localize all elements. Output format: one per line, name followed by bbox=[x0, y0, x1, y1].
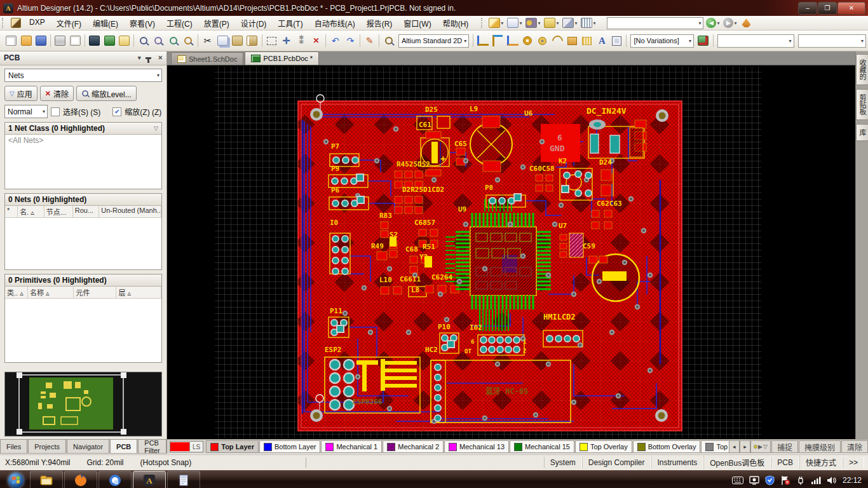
nets-section-header[interactable]: 0 Nets (0 Highlighted) bbox=[5, 194, 161, 206]
clear-filter-button[interactable]: ✕ bbox=[309, 33, 323, 48]
status-button->>[interactable]: >> bbox=[843, 457, 864, 468]
grid-tool-button[interactable]: ▾ bbox=[581, 18, 597, 28]
panel-tab-pcb[interactable]: PCB bbox=[110, 440, 137, 454]
move-button[interactable]: ✛ bbox=[279, 33, 294, 48]
taskbar-firefox-button[interactable] bbox=[64, 471, 97, 488]
helper-icon[interactable] bbox=[742, 18, 750, 27]
menu-编辑E[interactable]: 编辑(E) bbox=[87, 16, 124, 30]
layer-tab-mechanical-2[interactable]: Mechanical 2 bbox=[383, 440, 444, 453]
taskbar-notepad-button[interactable] bbox=[167, 471, 200, 488]
menu-报告R[interactable]: 报告(R) bbox=[361, 16, 398, 30]
quick-search-combo[interactable]: ▾ bbox=[607, 17, 703, 29]
status-button-design-compiler[interactable]: Design Compiler bbox=[582, 457, 651, 468]
primitives-column-header[interactable]: 类.. ▵ bbox=[5, 287, 28, 298]
panel-close-icon[interactable]: ✕ bbox=[158, 55, 163, 61]
empty-combo-2[interactable]: ▾ bbox=[798, 34, 866, 48]
doc-tab-Sheet1SchDoc[interactable]: Sheet1.SchDoc bbox=[171, 52, 243, 65]
menu-设计D[interactable]: 设计(D) bbox=[235, 16, 273, 30]
zoom-filter-button[interactable] bbox=[181, 33, 196, 48]
pcb-canvas[interactable]: D25L9U6C61C65DC_IN24VP7P9P6R4525D52D2R25… bbox=[167, 65, 855, 439]
layer-tab-mechanical-1[interactable]: Mechanical 1 bbox=[321, 440, 382, 453]
nets-column-header[interactable]: Un-Routed (Manh... bbox=[99, 206, 161, 217]
variant-manager-button[interactable] bbox=[696, 33, 710, 48]
offset-button[interactable]: ⁑ bbox=[294, 33, 308, 48]
doc-tab-PCB1PcbDoc[interactable]: PCB1.PcbDoc * bbox=[245, 51, 319, 65]
primitives-section-header[interactable]: 0 Primitives (0 Highlighted) bbox=[5, 274, 161, 287]
zoom-selection-button[interactable] bbox=[166, 33, 180, 48]
copy-button[interactable] bbox=[215, 33, 229, 48]
layer-tab-bottom-overlay[interactable]: Bottom Overlay bbox=[633, 440, 701, 453]
panel-tab-projects[interactable]: Projects bbox=[28, 440, 66, 454]
layer-tab-mechanical-13[interactable]: Mechanical 13 bbox=[444, 440, 509, 453]
primitives-column-header[interactable]: 层 ▵ bbox=[116, 287, 161, 298]
sheet-view-button[interactable] bbox=[117, 33, 132, 48]
minimize-button[interactable]: – bbox=[798, 2, 817, 15]
undo-button[interactable]: ↶ bbox=[328, 33, 342, 48]
layer-bar-button-掩膜级别[interactable]: 掩膜级别 bbox=[799, 440, 841, 453]
documents-tool-button[interactable]: ▾ bbox=[507, 18, 523, 28]
back-button[interactable]: ◀ bbox=[706, 18, 716, 28]
nets-column-header[interactable]: 名. ▵ bbox=[18, 206, 44, 217]
nets-column-header[interactable]: * bbox=[5, 206, 18, 217]
clear-filter-button[interactable]: ✕清除 bbox=[40, 86, 74, 101]
current-layer-swatch[interactable]: LS bbox=[170, 441, 203, 452]
panel-tab-pcb-filter[interactable]: PCB Filter bbox=[138, 440, 166, 454]
zoom-fit-button[interactable] bbox=[136, 33, 151, 48]
browse-mode-combo[interactable]: Nets▾ bbox=[4, 69, 162, 83]
pcb-panel-header[interactable]: PCB ▾ ✕ bbox=[0, 51, 166, 65]
panel-tab-files[interactable]: Files bbox=[0, 440, 27, 454]
layer-tab-bottom-layer[interactable]: Bottom Layer bbox=[259, 440, 320, 453]
place-component-button[interactable] bbox=[609, 33, 624, 48]
zoom-area-button[interactable] bbox=[151, 33, 166, 48]
paste-special-button[interactable] bbox=[245, 33, 259, 48]
layer-filter-button[interactable]: ▶▽ bbox=[750, 440, 771, 453]
right-tab-剪贴板[interactable]: 剪贴板 bbox=[856, 89, 868, 120]
place-via-button[interactable] bbox=[535, 33, 550, 48]
taskbar-explorer-button[interactable] bbox=[30, 471, 63, 488]
place-polygon-button[interactable] bbox=[580, 33, 594, 48]
apply-filter-button[interactable]: ▽应用 bbox=[4, 86, 37, 101]
power-plug-icon[interactable] bbox=[796, 475, 805, 485]
layer-tab-mechanical-15[interactable]: Mechanical 15 bbox=[510, 440, 574, 453]
save-button[interactable] bbox=[34, 33, 48, 48]
place-fill-button[interactable] bbox=[565, 33, 580, 48]
nets-column-header[interactable]: Rou... bbox=[73, 206, 100, 217]
ruler-tool-button[interactable]: ▾ bbox=[544, 18, 560, 28]
wiring-pen-button[interactable]: ✎ bbox=[362, 33, 377, 48]
browse-library-button[interactable] bbox=[381, 33, 396, 48]
interactive-routing-button[interactable] bbox=[475, 33, 490, 48]
print-button[interactable] bbox=[53, 33, 67, 48]
layers-scroll-left-button[interactable]: ◂ bbox=[729, 440, 740, 453]
select-area-button[interactable] bbox=[264, 33, 279, 48]
taskbar-clock[interactable]: 22:12 bbox=[843, 476, 862, 485]
status-button-快捷方式[interactable]: 快捷方式 bbox=[799, 456, 843, 469]
menu-窗口W[interactable]: 窗口(W) bbox=[398, 16, 437, 30]
menu-工程C[interactable]: 工程(C) bbox=[161, 16, 198, 30]
pin-icon[interactable] bbox=[146, 57, 151, 59]
new-document-button[interactable] bbox=[4, 33, 18, 48]
route-differential-button[interactable] bbox=[491, 33, 505, 48]
status-button-instruments[interactable]: Instruments bbox=[651, 457, 704, 468]
close-button[interactable]: ✕ bbox=[837, 2, 865, 15]
menu-察看V[interactable]: 察看(V) bbox=[124, 16, 161, 30]
print-preview-button[interactable] bbox=[68, 33, 83, 48]
layer-tab-top-overlay[interactable]: Top Overlay bbox=[575, 440, 632, 453]
security-shield-icon[interactable] bbox=[765, 475, 775, 485]
place-pad-button[interactable] bbox=[520, 33, 535, 48]
panel-dropdown-icon[interactable]: ▾ bbox=[138, 55, 141, 61]
toolbar-grip[interactable] bbox=[481, 18, 485, 28]
place-arc-button[interactable] bbox=[550, 33, 564, 48]
primitives-column-header[interactable]: 元件 bbox=[74, 287, 116, 298]
empty-combo-1[interactable]: ▾ bbox=[717, 34, 794, 48]
taskbar-altium-button[interactable]: A bbox=[133, 471, 166, 488]
open-button[interactable] bbox=[18, 33, 33, 48]
board-preview[interactable] bbox=[4, 372, 162, 437]
variations-combo[interactable]: [No Variations]▾ bbox=[630, 34, 694, 48]
paste-button[interactable] bbox=[230, 33, 245, 48]
layer-bar-button-捕捉[interactable]: 捕捉 bbox=[771, 440, 798, 453]
zoom-level-button[interactable]: 缩放Level... bbox=[76, 86, 137, 101]
find-similar-button[interactable]: ▾ bbox=[526, 18, 541, 28]
menu-工具T[interactable]: 工具(T) bbox=[272, 16, 308, 30]
right-tab-收藏的[interactable]: 收藏的 bbox=[856, 54, 868, 85]
dxp-icon[interactable] bbox=[11, 18, 21, 28]
